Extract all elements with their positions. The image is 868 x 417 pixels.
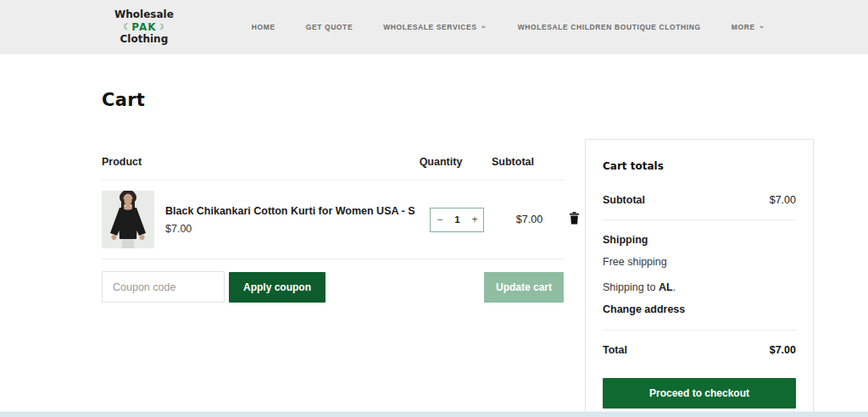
coupon-code-input[interactable]: [102, 271, 225, 303]
quantity-stepper: − 1 +: [430, 208, 484, 232]
nav-item-wholesale-services[interactable]: WHOLESALE SERVICES ⌄: [383, 23, 487, 31]
divider: [603, 330, 796, 331]
cart-totals-title: Cart totals: [603, 160, 796, 172]
quantity-value[interactable]: 1: [454, 214, 459, 225]
subtotal-label: Subtotal: [603, 194, 645, 206]
logo-line1: Wholesale: [114, 8, 174, 20]
crescent-left-icon: ☾: [123, 22, 131, 31]
product-price: $7.00: [165, 223, 415, 235]
nav-item-wholesale-children-boutique-clothing[interactable]: WHOLESALE CHILDREN BOUTIQUE CLOTHING: [518, 23, 701, 31]
shipping-method: Free shipping: [603, 256, 796, 268]
line-item-subtotal: $7.00: [499, 214, 559, 225]
cart-table-header: Product Quantity Subtotal: [102, 139, 564, 181]
logo-line3: Clothing: [114, 33, 174, 45]
product-name-link[interactable]: Black Chikankari Cotton Kurti for Women …: [165, 205, 415, 217]
logo-line2: ☾PAK☽: [114, 21, 174, 33]
coupon-row: Apply coupon Update cart: [102, 271, 564, 303]
proceed-to-checkout-button[interactable]: Proceed to checkout: [603, 378, 796, 409]
total-label: Total: [603, 344, 627, 356]
site-logo[interactable]: Wholesale ☾PAK☽ Clothing: [114, 8, 174, 45]
cart-item-row: Black Chikankari Cotton Kurti for Women …: [102, 181, 564, 259]
subtotal-value: $7.00: [770, 194, 796, 206]
product-thumbnail[interactable]: [102, 191, 154, 248]
footer-top-strip: [0, 411, 868, 417]
cart-table: Product Quantity Subtotal: [102, 139, 564, 303]
main-nav: HOME GET QUOTE WHOLESALE SERVICES ⌄ WHOL…: [252, 23, 765, 31]
remove-item-trash-icon[interactable]: [569, 212, 580, 228]
nav-item-more[interactable]: MORE ⌄: [732, 23, 765, 31]
logo-word: PAK: [131, 21, 156, 33]
page-title: Cart: [102, 90, 814, 110]
column-header-quantity: Quantity: [398, 156, 483, 168]
shipping-destination: Shipping to AL.: [603, 281, 796, 293]
column-header-subtotal: Subtotal: [483, 156, 542, 168]
cart-totals-panel: Cart totals Subtotal $7.00 Shipping Free…: [585, 139, 814, 417]
shipping-state: AL: [659, 281, 673, 293]
column-header-product: Product: [102, 156, 398, 168]
total-row: Total $7.00: [603, 344, 796, 356]
update-cart-button[interactable]: Update cart: [484, 272, 564, 303]
change-address-link[interactable]: Change address: [603, 303, 685, 315]
crescent-right-icon: ☽: [157, 22, 165, 31]
site-header: Wholesale ☾PAK☽ Clothing HOME GET QUOTE …: [0, 0, 868, 54]
total-value: $7.00: [770, 344, 796, 356]
shipping-label: Shipping: [603, 234, 796, 246]
nav-item-get-quote[interactable]: GET QUOTE: [306, 23, 353, 31]
apply-coupon-button[interactable]: Apply coupon: [229, 272, 326, 303]
quantity-increase-button[interactable]: +: [471, 214, 477, 225]
nav-item-home[interactable]: HOME: [252, 23, 275, 31]
cart-page: Cart Product Quantity Subtotal: [0, 90, 868, 417]
divider: [603, 220, 796, 220]
subtotal-row: Subtotal $7.00: [603, 194, 796, 206]
quantity-decrease-button[interactable]: −: [437, 214, 442, 225]
